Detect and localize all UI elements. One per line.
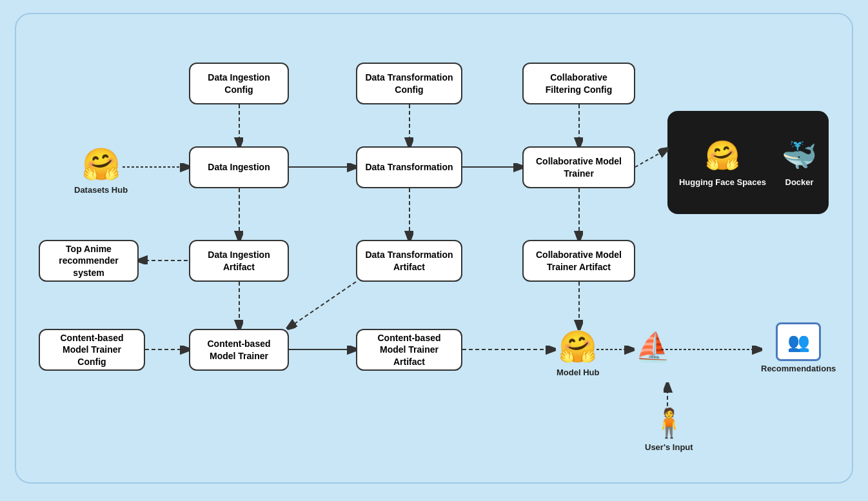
user-icon: 🧍 [651,406,687,440]
top-anime-recommender-box: Top Anime recommender system [39,240,139,282]
collaborative-filtering-config-box: Collaborative Filtering Config [522,63,635,104]
data-transformation-config-box: Data Transformation Config [356,63,462,104]
datasets-hub: 🤗 Datasets Hub [74,146,128,195]
hugging-face-emoji: 🤗 [705,137,740,173]
recommendations-label: Recommendations [761,364,836,373]
svg-line-19 [635,150,666,167]
docker-item: 🐳 Docker [782,137,817,188]
recommendations-icon: 👥 [776,322,821,361]
users-input-label: User's Input [645,442,693,452]
svg-line-11 [289,282,356,328]
main-diagram: Data Ingestion Config Data Transformatio… [15,13,853,484]
data-ingestion-config-box: Data Ingestion Config [189,63,289,104]
datasets-hub-label: Datasets Hub [74,185,128,195]
paper-boat: ⛵ [635,330,671,364]
hugging-face-docker-box: 🤗 Hugging Face Spaces 🐳 Docker [667,111,829,214]
datasets-hub-emoji: 🤗 [82,146,121,182]
model-hub-label: Model Hub [557,368,599,377]
model-hub-emoji: 🤗 [558,329,597,365]
hugging-face-spaces-item: 🤗 Hugging Face Spaces [679,137,766,188]
collaborative-model-trainer-artifact-box: Collaborative Model Trainer Artifact [522,240,635,282]
data-ingestion-artifact-box: Data Ingestion Artifact [189,240,289,282]
docker-emoji: 🐳 [782,137,817,173]
content-based-artifact-box: Content-based Model Trainer Artifact [356,329,462,371]
users-input: 🧍 User's Input [645,406,693,452]
collaborative-model-trainer-box: Collaborative Model Trainer [522,146,635,188]
paper-boat-emoji: ⛵ [635,330,671,364]
docker-label: Docker [785,177,814,188]
content-based-config-box: Content-based Model Trainer Config [39,329,145,371]
model-hub: 🤗 Model Hub [557,329,599,377]
content-based-trainer-box: Content-based Model Trainer [189,329,289,371]
recommendations: 👥 Recommendations [761,322,836,373]
data-ingestion-box: Data Ingestion [189,146,289,188]
hugging-face-label: Hugging Face Spaces [679,177,766,188]
data-transformation-box: Data Transformation [356,146,462,188]
data-transformation-artifact-box: Data Transformation Artifact [356,240,462,282]
